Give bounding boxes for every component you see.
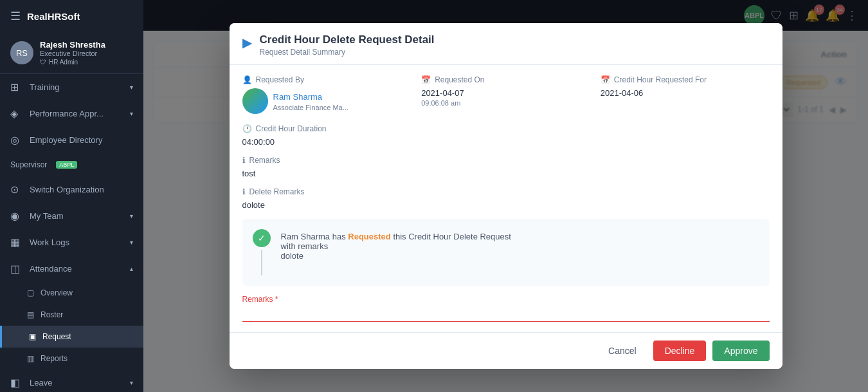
modal-title: Credit Hour Delete Request Detail <box>260 33 435 46</box>
modal-body: 👤 Requested By Ram Sharma Associate Fina… <box>230 65 782 332</box>
sidebar-item-label: My Team <box>30 211 64 221</box>
sidebar-item-reports[interactable]: ▥ Reports <box>0 348 143 369</box>
sidebar-item-attendance[interactable]: ◫ Attendance ▴ <box>0 256 143 282</box>
timeline-content: Ram Sharma has Requested this Credit Hou… <box>281 229 511 261</box>
requested-on-date: 2021-04-07 <box>421 88 590 98</box>
sidebar-item-label: Supervisor <box>10 160 47 169</box>
sidebar-item-label: Reports <box>41 354 68 363</box>
chevron-down-icon: ▾ <box>130 110 133 117</box>
sidebar-item-label: Employee Directory <box>30 135 102 145</box>
chevron-down-icon: ▾ <box>130 212 133 219</box>
performance-icon: ◈ <box>10 107 23 120</box>
modal-overlay: ▶ Credit Hour Delete Request Detail Requ… <box>143 0 868 392</box>
sidebar-item-employee-directory[interactable]: ◎ Employee Directory <box>0 127 143 153</box>
requester-name[interactable]: Ram Sharma <box>273 92 323 102</box>
ram-avatar <box>242 88 268 114</box>
chevron-down-icon: ▴ <box>130 265 133 272</box>
clock-icon: 🕐 <box>242 124 252 133</box>
modal-subtitle: Request Detail Summary <box>260 48 435 57</box>
sidebar-item-label: Request <box>42 332 71 341</box>
attendance-icon: ◫ <box>10 263 23 275</box>
sidebar-logo: RealHRSoft <box>27 11 80 22</box>
sidebar: ☰ RealHRSoft RS Rajesh Shrestha Executiv… <box>0 0 143 392</box>
timeline-item: ✓ Ram Sharma has Requested this Credit H… <box>253 229 759 275</box>
sidebar-item-label: Performance Appr... <box>30 109 104 118</box>
calendar-icon: 📅 <box>421 75 431 84</box>
timeline-section: ✓ Ram Sharma has Requested this Credit H… <box>242 219 770 286</box>
approve-button[interactable]: Approve <box>712 341 769 361</box>
chevron-down-icon: ▾ <box>130 84 133 91</box>
credit-hour-for-date: 2021-04-06 <box>601 88 770 98</box>
sidebar-item-supervisor[interactable]: Supervisor ABPL <box>0 153 143 176</box>
abpl-badge: ABPL <box>56 161 77 169</box>
timeline-dot: ✓ <box>253 229 271 247</box>
sidebar-item-overview[interactable]: ▢ Overview <box>0 282 143 304</box>
duration-label: 🕐 Credit Hour Duration <box>242 124 770 133</box>
sidebar-item-leave[interactable]: ◧ Leave ▾ <box>0 369 143 392</box>
modal-header: ▶ Credit Hour Delete Request Detail Requ… <box>230 23 782 65</box>
duration-value: 04:00:00 <box>242 137 770 147</box>
sidebar-item-my-team[interactable]: ◉ My Team ▾ <box>0 203 143 229</box>
user-role: Executive Director <box>40 50 133 57</box>
timeline-text-with: with remarks <box>281 241 329 251</box>
remarks-value: tost <box>242 169 770 178</box>
remarks-input[interactable] <box>242 306 770 322</box>
requested-on-time: 09:06:08 am <box>421 99 590 107</box>
requested-on-field: 📅 Requested On 2021-04-07 09:06:08 am <box>421 75 590 114</box>
hamburger-icon[interactable]: ☰ <box>10 9 21 23</box>
decline-button[interactable]: Decline <box>653 341 707 361</box>
switch-org-icon: ⊙ <box>10 183 23 196</box>
info-icon: ℹ <box>242 156 246 165</box>
sidebar-item-training[interactable]: ⊞ Training ▾ <box>0 74 143 100</box>
user-info: Rajesh Shrestha Executive Director 🛡 HR … <box>40 40 133 66</box>
modal-footer: Cancel Decline Approve <box>230 332 782 369</box>
sidebar-item-request[interactable]: ▣ Request <box>0 326 143 348</box>
request-icon: ▣ <box>29 332 36 341</box>
shield-icon: 🛡 <box>40 59 46 66</box>
delete-remarks-label: ℹ Delete Remarks <box>242 187 770 196</box>
leave-icon: ◧ <box>10 377 23 389</box>
my-team-icon: ◉ <box>10 210 23 222</box>
delete-remarks-value: dolote <box>242 200 770 210</box>
sidebar-item-label: Leave <box>30 378 52 387</box>
sidebar-item-label: Switch Organization <box>30 185 104 194</box>
sidebar-item-label: Roster <box>41 310 63 319</box>
duration-field: 🕐 Credit Hour Duration 04:00:00 <box>242 124 770 147</box>
sidebar-item-performance[interactable]: ◈ Performance Appr... ▾ <box>0 100 143 127</box>
roster-icon: ▤ <box>27 310 34 319</box>
employee-icon: ◎ <box>10 134 23 146</box>
avatar: RS <box>10 41 33 64</box>
training-icon: ⊞ <box>10 81 23 93</box>
reports-icon: ▥ <box>27 354 34 363</box>
main-content: ABPL 🛡 ⊞ 🔔 17 🔔 34 ⋮ Action Requested 👁 … <box>143 0 868 392</box>
sidebar-item-label: Attendance <box>30 264 72 274</box>
sidebar-item-roster[interactable]: ▤ Roster <box>0 304 143 326</box>
remarks-input-field: Remarks * <box>242 295 770 322</box>
modal-header-icon: ▶ <box>242 35 252 50</box>
user-section: RS Rajesh Shrestha Executive Director 🛡 … <box>0 32 143 74</box>
person-icon: 👤 <box>242 75 252 84</box>
sidebar-item-label: Work Logs <box>30 238 69 247</box>
chevron-down-icon: ▾ <box>130 379 133 386</box>
timeline-remarks: dolote <box>281 251 303 261</box>
timeline-text-before: has <box>332 232 348 241</box>
remarks-label: ℹ Remarks <box>242 156 770 165</box>
modal-dialog: ▶ Credit Hour Delete Request Detail Requ… <box>230 23 782 369</box>
credit-hour-for-label: 📅 Credit Hour Requested For <box>601 75 770 84</box>
sidebar-item-label: Overview <box>41 288 73 297</box>
requester-role: Associate Finance Ma... <box>273 104 348 111</box>
credit-hour-for-field: 📅 Credit Hour Requested For 2021-04-06 <box>601 75 770 114</box>
delete-info-icon: ℹ <box>242 187 246 196</box>
delete-remarks-field: ℹ Delete Remarks dolote <box>242 187 770 210</box>
timeline-vline <box>261 250 262 275</box>
work-logs-icon: ▦ <box>10 236 23 248</box>
requested-on-label: 📅 Requested On <box>421 75 590 84</box>
sidebar-item-switch-org[interactable]: ⊙ Switch Organization <box>0 176 143 203</box>
timeline-text-after: this Credit Hour Delete Request <box>393 232 511 241</box>
requested-by-field: 👤 Requested By Ram Sharma Associate Fina… <box>242 75 411 114</box>
overview-icon: ▢ <box>27 288 34 297</box>
user-name: Rajesh Shrestha <box>40 40 133 50</box>
sidebar-item-work-logs[interactable]: ▦ Work Logs ▾ <box>0 229 143 256</box>
calendar2-icon: 📅 <box>601 75 610 84</box>
cancel-button[interactable]: Cancel <box>598 341 647 361</box>
